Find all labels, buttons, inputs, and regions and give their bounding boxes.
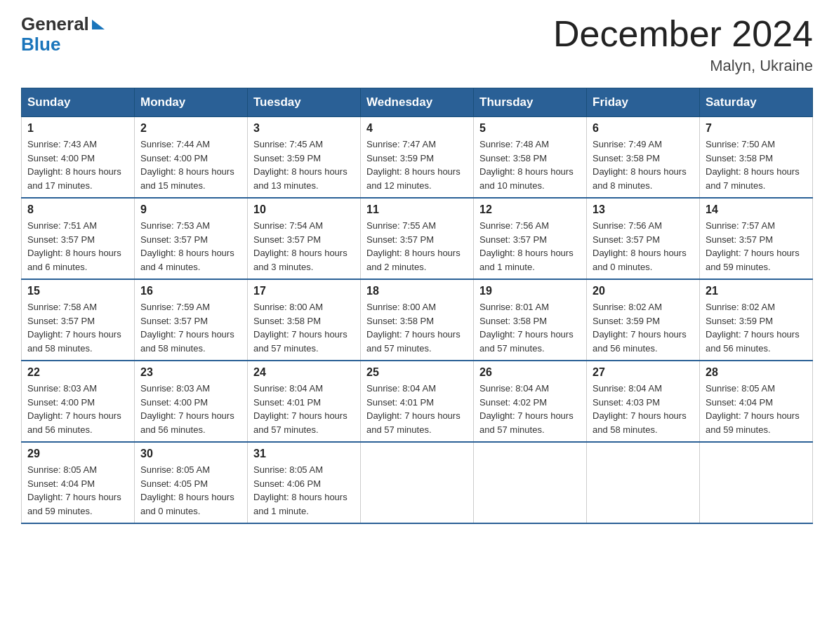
day-number: 25 [366,366,468,379]
logo: General Blue [21,14,105,54]
day-number: 1 [27,122,128,135]
day-info: Sunrise: 7:59 AM Sunset: 3:57 PM Dayligh… [140,300,241,355]
day-number: 3 [253,122,355,135]
day-info: Sunrise: 7:55 AM Sunset: 3:57 PM Dayligh… [366,219,468,274]
day-info: Sunrise: 8:03 AM Sunset: 4:00 PM Dayligh… [140,382,241,436]
table-row: 27 Sunrise: 8:04 AM Sunset: 4:03 PM Dayl… [587,361,700,442]
calendar-table: Sunday Monday Tuesday Wednesday Thursday… [21,88,813,524]
day-info: Sunrise: 8:04 AM Sunset: 4:02 PM Dayligh… [479,382,581,436]
table-row: 28 Sunrise: 8:05 AM Sunset: 4:04 PM Dayl… [700,361,813,442]
day-info: Sunrise: 7:50 AM Sunset: 3:58 PM Dayligh… [706,137,807,192]
day-number: 19 [479,285,581,297]
table-row: 29 Sunrise: 8:05 AM Sunset: 4:04 PM Dayl… [22,442,135,523]
day-number: 12 [479,203,581,216]
table-row: 15 Sunrise: 7:58 AM Sunset: 3:57 PM Dayl… [22,279,135,361]
header-saturday: Saturday [700,88,813,117]
day-info: Sunrise: 7:43 AM Sunset: 4:00 PM Dayligh… [27,137,128,192]
day-number: 31 [253,448,355,460]
table-row: 7 Sunrise: 7:50 AM Sunset: 3:58 PM Dayli… [700,117,813,199]
table-row: 17 Sunrise: 8:00 AM Sunset: 3:58 PM Dayl… [248,279,361,361]
table-row: 6 Sunrise: 7:49 AM Sunset: 3:58 PM Dayli… [587,117,700,199]
day-number: 16 [140,285,241,297]
day-number: 24 [253,366,355,379]
day-info: Sunrise: 7:56 AM Sunset: 3:57 PM Dayligh… [479,219,581,274]
day-number: 9 [140,203,241,216]
day-info: Sunrise: 7:47 AM Sunset: 3:59 PM Dayligh… [366,137,468,192]
day-number: 13 [593,203,694,216]
day-info: Sunrise: 7:48 AM Sunset: 3:58 PM Dayligh… [479,137,581,192]
day-info: Sunrise: 7:57 AM Sunset: 3:57 PM Dayligh… [706,219,807,274]
table-row: 3 Sunrise: 7:45 AM Sunset: 3:59 PM Dayli… [248,117,361,199]
day-number: 20 [593,285,694,297]
table-row: 23 Sunrise: 8:03 AM Sunset: 4:00 PM Dayl… [135,361,248,442]
table-row: 8 Sunrise: 7:51 AM Sunset: 3:57 PM Dayli… [22,198,135,279]
table-row: 14 Sunrise: 7:57 AM Sunset: 3:57 PM Dayl… [700,198,813,279]
table-row: 5 Sunrise: 7:48 AM Sunset: 3:58 PM Dayli… [474,117,587,199]
day-info: Sunrise: 8:03 AM Sunset: 4:00 PM Dayligh… [27,382,128,436]
table-row: 22 Sunrise: 8:03 AM Sunset: 4:00 PM Dayl… [22,361,135,442]
table-row [474,442,587,523]
day-info: Sunrise: 7:44 AM Sunset: 4:00 PM Dayligh… [140,137,241,192]
day-info: Sunrise: 8:00 AM Sunset: 3:58 PM Dayligh… [253,300,355,355]
day-number: 26 [479,366,581,379]
day-info: Sunrise: 7:45 AM Sunset: 3:59 PM Dayligh… [253,137,355,192]
page-header: General Blue December 2024 Malyn, Ukrain… [21,14,813,75]
day-info: Sunrise: 7:58 AM Sunset: 3:57 PM Dayligh… [27,300,128,355]
table-row [361,442,474,523]
day-info: Sunrise: 7:49 AM Sunset: 3:58 PM Dayligh… [593,137,694,192]
header-wednesday: Wednesday [361,88,474,117]
day-number: 27 [593,366,694,379]
day-number: 28 [706,366,807,379]
table-row: 21 Sunrise: 8:02 AM Sunset: 3:59 PM Dayl… [700,279,813,361]
table-row: 18 Sunrise: 8:00 AM Sunset: 3:58 PM Dayl… [361,279,474,361]
day-number: 10 [253,203,355,216]
day-number: 18 [366,285,468,297]
calendar-subtitle: Malyn, Ukraine [553,57,813,75]
calendar-week-row: 1 Sunrise: 7:43 AM Sunset: 4:00 PM Dayli… [22,117,813,199]
day-number: 23 [140,366,241,379]
day-info: Sunrise: 7:56 AM Sunset: 3:57 PM Dayligh… [593,219,694,274]
table-row: 16 Sunrise: 7:59 AM Sunset: 3:57 PM Dayl… [135,279,248,361]
day-info: Sunrise: 8:05 AM Sunset: 4:05 PM Dayligh… [140,463,241,518]
day-number: 17 [253,285,355,297]
day-info: Sunrise: 8:02 AM Sunset: 3:59 PM Dayligh… [706,300,807,355]
calendar-week-row: 8 Sunrise: 7:51 AM Sunset: 3:57 PM Dayli… [22,198,813,279]
day-number: 11 [366,203,468,216]
day-number: 22 [27,366,128,379]
table-row: 4 Sunrise: 7:47 AM Sunset: 3:59 PM Dayli… [361,117,474,199]
table-row: 24 Sunrise: 8:04 AM Sunset: 4:01 PM Dayl… [248,361,361,442]
day-number: 8 [27,203,128,216]
weekday-header-row: Sunday Monday Tuesday Wednesday Thursday… [22,88,813,117]
day-number: 14 [706,203,807,216]
table-row: 25 Sunrise: 8:04 AM Sunset: 4:01 PM Dayl… [361,361,474,442]
day-number: 7 [706,122,807,135]
day-number: 2 [140,122,241,135]
day-info: Sunrise: 8:04 AM Sunset: 4:03 PM Dayligh… [593,382,694,436]
day-number: 4 [366,122,468,135]
day-info: Sunrise: 7:53 AM Sunset: 3:57 PM Dayligh… [140,219,241,274]
day-number: 21 [706,285,807,297]
table-row: 19 Sunrise: 8:01 AM Sunset: 3:58 PM Dayl… [474,279,587,361]
table-row: 10 Sunrise: 7:54 AM Sunset: 3:57 PM Dayl… [248,198,361,279]
day-info: Sunrise: 8:05 AM Sunset: 4:06 PM Dayligh… [253,463,355,518]
table-row: 26 Sunrise: 8:04 AM Sunset: 4:02 PM Dayl… [474,361,587,442]
day-number: 30 [140,448,241,460]
table-row: 30 Sunrise: 8:05 AM Sunset: 4:05 PM Dayl… [135,442,248,523]
title-block: December 2024 Malyn, Ukraine [553,14,813,75]
table-row [700,442,813,523]
table-row: 9 Sunrise: 7:53 AM Sunset: 3:57 PM Dayli… [135,198,248,279]
header-thursday: Thursday [474,88,587,117]
day-info: Sunrise: 7:54 AM Sunset: 3:57 PM Dayligh… [253,219,355,274]
table-row: 1 Sunrise: 7:43 AM Sunset: 4:00 PM Dayli… [22,117,135,199]
day-info: Sunrise: 8:04 AM Sunset: 4:01 PM Dayligh… [366,382,468,436]
calendar-week-row: 22 Sunrise: 8:03 AM Sunset: 4:00 PM Dayl… [22,361,813,442]
day-info: Sunrise: 8:05 AM Sunset: 4:04 PM Dayligh… [27,463,128,518]
table-row: 31 Sunrise: 8:05 AM Sunset: 4:06 PM Dayl… [248,442,361,523]
table-row: 12 Sunrise: 7:56 AM Sunset: 3:57 PM Dayl… [474,198,587,279]
header-monday: Monday [135,88,248,117]
day-info: Sunrise: 8:02 AM Sunset: 3:59 PM Dayligh… [593,300,694,355]
day-info: Sunrise: 8:04 AM Sunset: 4:01 PM Dayligh… [253,382,355,436]
header-tuesday: Tuesday [248,88,361,117]
day-number: 5 [479,122,581,135]
calendar-week-row: 15 Sunrise: 7:58 AM Sunset: 3:57 PM Dayl… [22,279,813,361]
